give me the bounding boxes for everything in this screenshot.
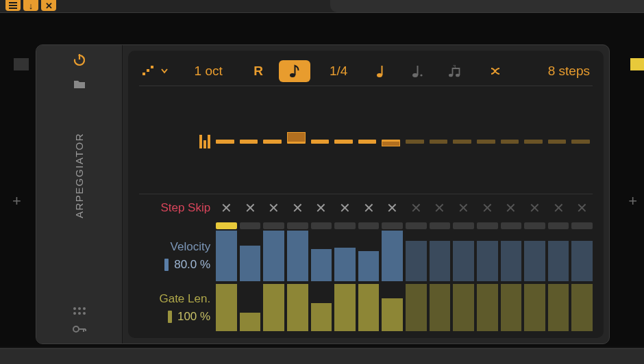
gate-step[interactable]	[548, 284, 569, 331]
step-skip-toggle[interactable]: ✕	[524, 200, 545, 216]
playhead-step	[477, 222, 498, 229]
pitch-step[interactable]	[216, 89, 237, 194]
step-skip-toggle[interactable]: ✕	[287, 200, 308, 216]
gate-step[interactable]	[216, 284, 237, 331]
gate-step[interactable]	[358, 284, 380, 331]
velocity-step[interactable]	[216, 231, 237, 281]
rate-division-value[interactable]: 1/4	[319, 60, 358, 83]
toolbar-list-icon[interactable]	[5, 0, 21, 11]
gate-indicator-icon	[168, 311, 172, 323]
playhead-step	[287, 222, 308, 229]
pitch-step[interactable]	[240, 89, 261, 194]
svg-point-11	[421, 74, 423, 76]
velocity-step[interactable]	[548, 231, 569, 281]
pitch-step[interactable]	[453, 89, 474, 194]
step-skip-toggle[interactable]: ✕	[406, 200, 427, 216]
pitch-step[interactable]	[263, 89, 284, 194]
gate-step[interactable]	[501, 284, 522, 331]
straight-note-icon[interactable]	[367, 60, 395, 83]
gate-step[interactable]	[311, 284, 332, 331]
pitch-step[interactable]	[548, 89, 569, 194]
pitch-step[interactable]	[430, 89, 451, 194]
velocity-step[interactable]	[524, 231, 545, 281]
velocity-step[interactable]	[571, 231, 593, 281]
step-skip-toggle[interactable]: ✕	[382, 200, 403, 216]
svg-point-2	[73, 326, 79, 332]
gate-value[interactable]: 100 %	[177, 310, 210, 324]
step-skip-toggle[interactable]: ✕	[453, 200, 474, 216]
add-device-after-button[interactable]: +	[628, 192, 637, 210]
power-icon[interactable]	[72, 52, 87, 67]
step-count-value[interactable]: 8 steps	[545, 60, 593, 83]
drag-handle-icon[interactable]	[73, 307, 86, 315]
octave-range-value[interactable]: 1 oct	[179, 60, 238, 83]
step-skip-toggle[interactable]: ✕	[216, 200, 237, 216]
velocity-step[interactable]	[501, 231, 522, 281]
velocity-step[interactable]	[453, 231, 474, 281]
velocity-step[interactable]	[477, 231, 498, 281]
pitch-step[interactable]	[571, 89, 593, 194]
step-skip-toggle[interactable]: ✕	[430, 200, 451, 216]
pitch-lane	[139, 89, 593, 194]
gate-step[interactable]	[477, 284, 498, 331]
velocity-step[interactable]	[311, 231, 332, 281]
playhead-step	[406, 222, 427, 229]
piano-icon	[199, 135, 210, 148]
step-skip-toggle[interactable]: ✕	[571, 200, 593, 216]
gate-step[interactable]	[287, 284, 308, 331]
toolbar-down-icon[interactable]: ↓	[23, 0, 38, 11]
playhead-lane	[139, 222, 593, 229]
gate-step[interactable]	[334, 284, 356, 331]
shuffle-icon[interactable]	[483, 60, 512, 83]
step-skip-toggle[interactable]: ✕	[263, 200, 284, 216]
step-skip-toggle[interactable]: ✕	[548, 200, 569, 216]
pitch-step[interactable]	[334, 89, 356, 194]
preset-folder-icon[interactable]	[72, 77, 87, 92]
pitch-step[interactable]	[358, 89, 380, 194]
dotted-note-icon[interactable]	[404, 60, 432, 83]
gate-step[interactable]	[571, 284, 593, 331]
pitch-step[interactable]	[382, 89, 403, 194]
step-skip-toggle[interactable]: ✕	[311, 200, 332, 216]
velocity-step[interactable]	[263, 231, 284, 281]
retrigger-toggle[interactable]: R	[246, 60, 271, 83]
step-skip-toggle[interactable]: ✕	[477, 200, 498, 216]
velocity-value[interactable]: 80.0 %	[174, 258, 210, 272]
add-device-before-button[interactable]: +	[12, 192, 21, 210]
velocity-step[interactable]	[382, 231, 403, 281]
key-icon[interactable]	[73, 324, 86, 335]
playhead-step	[548, 222, 569, 229]
toolbar-close-icon[interactable]: ✕	[41, 0, 56, 11]
gate-step[interactable]	[453, 284, 474, 331]
pitch-step[interactable]	[524, 89, 545, 194]
gate-step[interactable]	[263, 284, 284, 331]
pitch-step[interactable]	[311, 89, 332, 194]
pitch-step[interactable]	[477, 89, 498, 194]
step-skip-toggle[interactable]: ✕	[358, 200, 380, 216]
velocity-step[interactable]	[406, 231, 427, 281]
velocity-step[interactable]	[334, 231, 356, 281]
gate-step[interactable]	[382, 284, 403, 331]
triplet-note-icon[interactable]: 3	[441, 60, 469, 83]
step-skip-toggle[interactable]: ✕	[501, 200, 522, 216]
pitch-step[interactable]	[501, 89, 522, 194]
note-mode-button[interactable]	[279, 60, 310, 82]
pattern-mode-menu[interactable]	[139, 60, 171, 83]
pitch-step[interactable]	[287, 89, 308, 194]
step-skip-toggle[interactable]: ✕	[334, 200, 356, 216]
gate-step[interactable]	[524, 284, 545, 331]
velocity-step[interactable]	[358, 231, 380, 281]
playhead-step	[358, 222, 380, 229]
velocity-step[interactable]	[430, 231, 451, 281]
velocity-lane: Velocity 80.0 %	[139, 231, 593, 281]
gate-step[interactable]	[240, 284, 261, 331]
chevron-down-icon	[161, 68, 168, 74]
window-footer	[0, 348, 644, 364]
velocity-step[interactable]	[240, 231, 261, 281]
gate-step[interactable]	[406, 284, 427, 331]
device-chain-tab[interactable]	[330, 0, 644, 12]
step-skip-toggle[interactable]: ✕	[240, 200, 261, 216]
gate-step[interactable]	[430, 284, 451, 331]
velocity-step[interactable]	[287, 231, 308, 281]
pitch-step[interactable]	[406, 89, 427, 194]
